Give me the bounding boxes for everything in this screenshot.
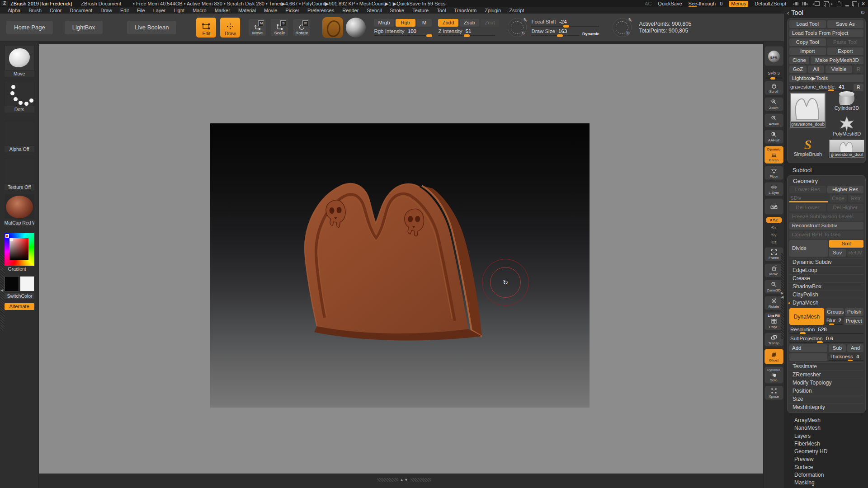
dynamic-toggle[interactable]: Dynamic	[582, 32, 599, 36]
edit-mode-button[interactable]: Edit	[196, 18, 216, 38]
blur-handle[interactable]	[829, 324, 834, 325]
sculpt-canvas[interactable]: ↻	[210, 123, 590, 408]
goz-r-button[interactable]: R	[854, 66, 863, 73]
paste-tool-button[interactable]: Paste Tool	[827, 38, 864, 46]
shadowbox-section[interactable]: ShadowBox	[789, 282, 863, 291]
see-through-slider[interactable]: See-through 0	[689, 1, 723, 6]
menu-marker[interactable]: Marker	[211, 8, 234, 13]
section-layers[interactable]: Layers	[787, 432, 866, 440]
tray-collapse-arrow-icon[interactable]: ◀	[0, 288, 3, 292]
menu-file[interactable]: File	[133, 8, 149, 13]
section-geometry-hd[interactable]: Geometry HD	[787, 448, 866, 455]
rotate-mode-button[interactable]: R Rotate	[293, 19, 310, 36]
recent-tool-thumbnail[interactable]: gravestone_doul	[829, 140, 864, 158]
sdiv-track[interactable]	[789, 201, 828, 202]
add-toggle[interactable]: Add	[789, 344, 827, 352]
actual-button[interactable]: Actual	[764, 113, 783, 127]
zremesher-section[interactable]: ZRemesher	[789, 371, 863, 379]
subprojection-handle[interactable]	[817, 341, 823, 343]
project-toggle[interactable]: Project	[844, 317, 863, 325]
draw-mode-button[interactable]: Draw	[220, 18, 240, 38]
left-tray-divider[interactable]: ◀	[0, 254, 5, 331]
live-boolean-button[interactable]: Live Boolean	[127, 21, 176, 34]
import-button[interactable]: Import	[789, 47, 826, 55]
blur-slider[interactable]: Blur 2	[826, 317, 843, 325]
subprojection-slider[interactable]: SubProjection 0.6	[789, 335, 863, 343]
load-tools-from-project-button[interactable]: Load Tools From Project	[789, 29, 863, 37]
smt-toggle[interactable]: Smt	[829, 240, 863, 248]
bottom-tray-divider[interactable]: ▲▼	[377, 478, 431, 482]
sub-toggle[interactable]: Sub	[829, 344, 846, 352]
selected-tool-thumbnail[interactable]: gravestone_doub	[790, 93, 826, 128]
material-thumbnail[interactable]	[5, 194, 34, 220]
active-tool-slider[interactable]: gravestone_double. 41	[789, 84, 852, 91]
export-button[interactable]: Export	[827, 47, 864, 55]
pen-pressure-size-dial[interactable]: ✎ S	[508, 18, 527, 37]
section-preview[interactable]: Preview	[787, 455, 866, 463]
current-material-item[interactable]: MatCap Red Wax	[5, 194, 34, 226]
clone-button[interactable]: Clone	[789, 56, 809, 64]
panel-refresh-icon[interactable]: ↻	[860, 9, 865, 16]
persp-button[interactable]: Dynamic Persp	[764, 146, 783, 164]
tessimate-section[interactable]: Tessimate	[789, 362, 863, 371]
thickness-handle[interactable]	[848, 360, 853, 361]
load-tool-button[interactable]: Load Tool	[789, 20, 826, 28]
axis-x-toggle[interactable]: ⟲x	[771, 225, 776, 230]
del-higher-button[interactable]: Del Higher	[827, 204, 864, 211]
menu-light[interactable]: Light	[170, 8, 189, 13]
section-surface[interactable]: Surface	[787, 464, 866, 471]
ghost-button[interactable]: Ghost	[764, 349, 783, 364]
m-toggle[interactable]: M	[417, 19, 432, 27]
current-material-ball[interactable]	[346, 18, 366, 38]
section-arraymesh[interactable]: ArrayMesh	[787, 417, 866, 424]
section-nanomesh[interactable]: NanoMesh	[787, 424, 866, 432]
brush-cursor[interactable]: ↻	[482, 259, 529, 306]
section-deformation[interactable]: Deformation	[787, 471, 866, 479]
divider-hatch[interactable]	[377, 478, 398, 482]
minimize-icon[interactable]: ▂	[845, 1, 848, 6]
claypolish-section[interactable]: ClayPolish	[789, 291, 863, 299]
cylinder3d-tool[interactable]: Cylinder3D	[829, 94, 864, 111]
pen-pressure-depth-dial[interactable]: ✎ D	[613, 18, 632, 37]
lock-icon[interactable]	[837, 3, 841, 6]
reconstruct-subdiv-button[interactable]: Reconstruct Subdiv	[789, 222, 863, 230]
dynamesh-section[interactable]: DynaMesh	[789, 299, 863, 307]
blur-track[interactable]	[826, 324, 843, 325]
subtool-section[interactable]: Subtool	[787, 166, 866, 175]
aahalf-button[interactable]: AAHalf	[764, 130, 783, 144]
simplebrush-tool[interactable]: S SimpleBrush	[790, 138, 826, 157]
switch-color-item[interactable]: SwitchColor	[5, 276, 34, 299]
menu-layer[interactable]: Layer	[149, 8, 170, 13]
convert-bpr-button[interactable]: Convert BPR To Geo	[789, 231, 863, 239]
solo-button[interactable]: Dynamic Solo	[764, 366, 783, 384]
hue-selector[interactable]	[5, 234, 9, 238]
mrgb-toggle[interactable]: Mrgb	[374, 19, 394, 27]
rgb-intensity-handle[interactable]	[426, 34, 432, 37]
sv-selector[interactable]	[9, 238, 13, 241]
left-tray-toggle-icon[interactable]: ◂	[793, 2, 798, 6]
tray-arrows-icon[interactable]: ▶◀	[781, 291, 783, 299]
menu-draw[interactable]: Draw	[96, 8, 116, 13]
local-transform-button[interactable]	[764, 198, 783, 215]
draw-size-slider[interactable]: Draw Size 163	[531, 28, 579, 36]
menu-edit[interactable]: Edit	[116, 8, 133, 13]
tray-expand-arrows-icon[interactable]: ▲▼	[400, 478, 409, 482]
draw-size-track[interactable]	[531, 35, 579, 36]
menu-picker[interactable]: Picker	[281, 8, 303, 13]
resolution-handle[interactable]	[800, 332, 806, 334]
section-fibermesh[interactable]: FiberMesh	[787, 440, 866, 448]
gravestone-model[interactable]	[210, 123, 590, 408]
menu-zscript[interactable]: Zscript	[505, 8, 528, 13]
alternate-button[interactable]: Alternate	[5, 303, 34, 310]
copy-tool-button[interactable]: Copy Tool	[789, 38, 826, 46]
menu-preferences[interactable]: Preferences	[303, 8, 338, 13]
move-mode-button[interactable]: M Move	[249, 19, 266, 36]
edgeloop-section[interactable]: EdgeLoop	[789, 266, 863, 274]
lightbox-button[interactable]: LightBox	[65, 21, 103, 34]
menu-texture[interactable]: Texture	[408, 8, 433, 13]
color-picker[interactable]	[5, 233, 34, 266]
make-polymesh3d-button[interactable]: Make PolyMesh3D	[811, 56, 863, 64]
zsub-toggle[interactable]: Zsub	[460, 19, 480, 27]
axis-y-toggle[interactable]: ⟲y	[771, 233, 776, 238]
divide-button[interactable]: Divide	[789, 240, 828, 257]
